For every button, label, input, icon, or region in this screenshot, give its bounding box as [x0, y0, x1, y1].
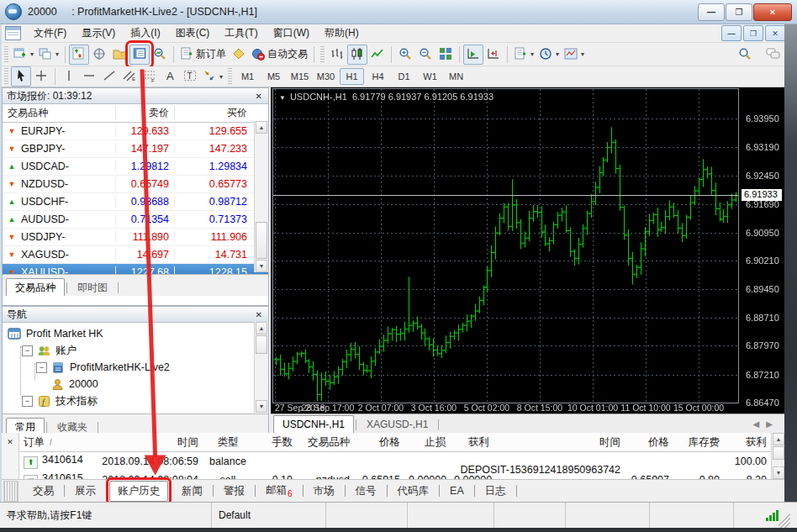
tree-item[interactable]: −账户 [3, 342, 268, 359]
chevron-down-icon[interactable]: ▾ [30, 50, 34, 58]
market-row[interactable]: ▼USDJPY-111.890111.906 [3, 229, 268, 246]
toolbar-grip[interactable] [320, 46, 325, 63]
scroll-down-icon[interactable]: ▼ [256, 260, 267, 272]
collapse-icon[interactable]: − [36, 362, 47, 373]
market-row[interactable]: ▼XAGUSD-14.69714.731 [3, 246, 268, 264]
chart-tab-0[interactable]: USDCNH-,H1 [273, 415, 354, 433]
table-row[interactable]: ⬆34106142018.09.14 08:06:59balanceDEPOSI… [19, 452, 773, 471]
menu-window[interactable]: 窗口(W) [266, 24, 317, 43]
terminal-tab-9[interactable]: EA [442, 482, 472, 499]
market-row[interactable]: ▼XAUUSD-1227.681228.15 [3, 264, 268, 274]
scrollbar-thumb[interactable] [256, 335, 267, 354]
crosshair-tool-button[interactable] [31, 66, 51, 87]
terminal-tab-10[interactable]: 日志 [478, 482, 514, 501]
autotrading-button[interactable]: 自动交易 [249, 45, 310, 65]
timeframe-mn-button[interactable]: MN [444, 68, 468, 85]
status-profile[interactable]: Default [212, 503, 326, 528]
terminal-column-header[interactable]: 类型 [203, 435, 253, 450]
close-icon[interactable]: ✕ [4, 436, 16, 447]
market-watch-tab-1[interactable]: 即时图 [69, 279, 116, 296]
data-window-button[interactable] [89, 45, 109, 65]
metaeditor-button[interactable] [229, 45, 249, 65]
menu-file[interactable]: 文件(F) [26, 24, 74, 43]
terminal-column-header[interactable]: 时间 [494, 435, 625, 450]
menu-insert[interactable]: 插入(I) [123, 24, 167, 43]
price-chart[interactable] [271, 87, 784, 413]
market-watch-toggle-button[interactable] [69, 45, 89, 65]
market-row[interactable]: ▲USDCHF-0.986880.98712 [3, 193, 268, 211]
terminal-column-header[interactable]: 获利 [450, 435, 494, 450]
bar-chart-button[interactable] [327, 45, 347, 65]
navigator-toggle-button[interactable] [109, 45, 129, 65]
close-icon[interactable]: ✕ [254, 310, 264, 319]
collapse-icon[interactable]: − [22, 345, 33, 356]
tab-scroll-left-icon[interactable]: ◀ [753, 419, 760, 429]
market-watch-tab-0[interactable]: 交易品种 [6, 278, 65, 296]
child-close-button[interactable]: ✕ [765, 25, 785, 41]
navigator-scrollbar[interactable]: ▲ ▼ [254, 322, 268, 413]
timeframe-m15-button[interactable]: M15 [288, 68, 312, 85]
tree-item[interactable]: −f技术指标 [3, 392, 268, 409]
timeframe-h1-button[interactable]: H1 [340, 68, 364, 85]
terminal-grip[interactable] [3, 481, 18, 502]
column-bid[interactable]: 卖价 [115, 106, 174, 120]
scroll-up-icon[interactable]: ▲ [256, 322, 267, 334]
terminal-column-header[interactable]: 交易品种 [297, 435, 354, 450]
chevron-down-icon[interactable]: ▼ [279, 94, 286, 102]
terminal-column-header[interactable]: 订单/ [19, 435, 93, 450]
toolbar-grip[interactable] [228, 68, 232, 85]
zoom-out-button[interactable] [415, 45, 435, 65]
chat-button[interactable] [763, 45, 784, 65]
scroll-up-icon[interactable]: ▲ [773, 433, 784, 445]
resize-grip[interactable] [779, 503, 790, 528]
terminal-column-header[interactable]: 价格 [354, 435, 404, 450]
chevron-down-icon[interactable]: ▾ [556, 50, 559, 58]
child-restore-button[interactable]: ❐ [743, 25, 763, 41]
cursor-tool-button[interactable] [11, 66, 31, 87]
timeframe-m1-button[interactable]: M1 [235, 68, 260, 85]
toolbar-grip[interactable] [4, 68, 8, 85]
new-chart-button[interactable]: ▾ [11, 45, 36, 65]
market-row[interactable]: ▼GBPJPY-147.197147.233 [3, 140, 268, 158]
strategy-tester-button[interactable] [150, 45, 170, 65]
chevron-down-icon[interactable]: ▾ [219, 73, 223, 81]
terminal-scrollbar[interactable]: ▲ ▼ [771, 433, 784, 479]
collapse-icon[interactable]: − [22, 396, 33, 407]
timeframe-d1-button[interactable]: D1 [392, 68, 416, 85]
terminal-column-header[interactable]: 手数 [253, 435, 297, 450]
toolbar-grip[interactable] [4, 46, 8, 63]
scrollbar-thumb[interactable] [773, 446, 784, 460]
text-tool-button[interactable]: A [160, 66, 180, 87]
chart-shift-button[interactable] [483, 45, 504, 65]
maximize-button[interactable]: ❐ [726, 3, 752, 21]
terminal-tab-4[interactable]: 警报 [216, 482, 252, 501]
column-symbol[interactable]: 交易品种 [3, 106, 115, 120]
minimize-button[interactable]: — [698, 3, 725, 21]
menu-charts[interactable]: 图表(C) [168, 24, 218, 43]
menu-tools[interactable]: 工具(T) [217, 24, 265, 43]
timeframe-h4-button[interactable]: H4 [366, 68, 390, 85]
terminal-toggle-button[interactable] [129, 45, 150, 65]
indicators-button[interactable]: ▾ [511, 45, 536, 65]
chevron-down-icon[interactable]: ▾ [55, 50, 59, 58]
close-button[interactable]: ✕ [753, 3, 792, 21]
timeframe-m5-button[interactable]: M5 [261, 68, 286, 85]
vertical-line-button[interactable] [59, 66, 79, 87]
scroll-down-icon[interactable]: ▼ [773, 466, 784, 479]
terminal-tab-5[interactable]: 邮箱6 [258, 481, 300, 501]
terminal-column-header[interactable]: 获利 [724, 435, 771, 450]
templates-button[interactable]: ▾ [562, 45, 587, 65]
market-row[interactable]: ▲USDCAD-1.298121.29834 [3, 158, 268, 176]
market-row[interactable]: ▼EURJPY-129.633129.655 [3, 123, 268, 140]
terminal-column-header[interactable]: 止损 [404, 435, 450, 450]
chevron-down-icon[interactable]: ▾ [530, 50, 534, 58]
close-icon[interactable]: ✕ [254, 92, 264, 101]
trendline-button[interactable] [99, 66, 119, 87]
auto-scroll-button[interactable] [463, 45, 483, 65]
new-order-button[interactable]: 新订单 [177, 45, 229, 65]
scrollbar-thumb[interactable] [256, 222, 267, 259]
table-row[interactable]: ▤34106152018.09.14 08:08:04sell0.10nzdus… [19, 471, 773, 479]
timeframe-w1-button[interactable]: W1 [418, 68, 442, 85]
fibonacci-button[interactable]: F [140, 66, 160, 87]
column-ask[interactable]: 买价 [174, 106, 253, 120]
